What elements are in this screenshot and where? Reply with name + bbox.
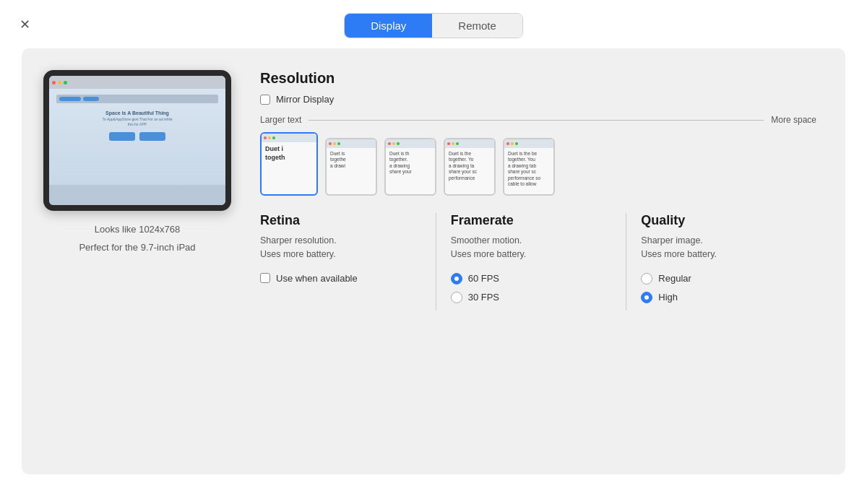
retina-checkbox-label: Use when available xyxy=(276,273,358,284)
thumb-content-4: Duet is the betogether. Youa drawing tab… xyxy=(504,148,553,194)
framerate-60-row[interactable]: 60 FPS xyxy=(451,273,612,284)
thumb-dot-red-1 xyxy=(329,142,332,145)
thumb-dot-red-3 xyxy=(447,142,450,145)
ipad-nav xyxy=(56,95,218,103)
ipad-dot-red xyxy=(52,81,56,84)
res-thumb-4[interactable]: Duet is the betogether. Youa drawing tab… xyxy=(503,138,555,196)
mirror-checkbox[interactable] xyxy=(260,95,270,105)
close-icon: ✕ xyxy=(20,17,30,32)
retina-title: Retina xyxy=(260,213,421,228)
nav-pill-1 xyxy=(59,97,81,101)
framerate-30-label: 30 FPS xyxy=(468,292,499,303)
tab-container: Display Remote xyxy=(344,13,523,38)
retina-desc1: Sharper resolution. xyxy=(260,235,337,246)
thumb-dot-yellow-2 xyxy=(392,142,395,145)
framerate-60-radio[interactable] xyxy=(451,273,462,284)
thumb-content-2: Duet is thtogether.a drawingshare your xyxy=(386,148,435,194)
resolution-title: Resolution xyxy=(260,70,816,87)
thumb-dot-red-2 xyxy=(388,142,391,145)
main-window: ✕ Display Remote xyxy=(0,0,867,504)
mirror-row: Mirror Display xyxy=(260,94,816,105)
close-button[interactable]: ✕ xyxy=(14,14,35,35)
framerate-desc: Smoother motion. Uses more battery. xyxy=(451,234,612,261)
thumb-content-0: Duet itogeth xyxy=(262,142,316,194)
device-name: Perfect for the 9.7-inch iPad xyxy=(79,242,195,253)
thumb-text-4: Duet is the betogether. Youa drawing tab… xyxy=(508,151,550,188)
thumb-bar-4 xyxy=(504,139,553,148)
ipad-preview: Space Is A Beautiful Thing To App&AppSto… xyxy=(43,70,231,211)
ipad-hero-text: Space Is A Beautiful Thing xyxy=(105,110,169,116)
thumb-bar-2 xyxy=(386,139,435,148)
thumb-dot-green-2 xyxy=(397,142,400,145)
quality-high-radio[interactable] xyxy=(641,292,652,303)
thumb-bar-1 xyxy=(327,139,376,148)
res-thumb-3[interactable]: Duet is thetogether. Yoa drawing tashare… xyxy=(444,138,496,196)
device-info: Looks like 1024x768 Perfect for the 9.7-… xyxy=(79,224,195,253)
quality-title: Quality xyxy=(641,213,802,228)
quality-desc: Sharper image. Uses more battery. xyxy=(641,234,802,261)
retina-checkbox-row[interactable]: Use when available xyxy=(260,273,421,284)
slider-row: Larger text More space xyxy=(260,115,816,125)
ipad-btn-2 xyxy=(139,132,165,141)
slider-line xyxy=(309,120,764,121)
tab-display[interactable]: Display xyxy=(345,14,432,38)
main-content: Space Is A Beautiful Thing To App&AppSto… xyxy=(22,48,845,474)
res-thumb-1[interactable]: Duet istogethea drawi xyxy=(325,138,377,196)
thumb-dot-green-0 xyxy=(272,136,275,139)
quality-high-row[interactable]: High xyxy=(641,292,802,303)
lower-section: Retina Sharper resolution. Uses more bat… xyxy=(260,213,816,310)
ipad-screen-content: Space Is A Beautiful Thing To App&AppSto… xyxy=(49,89,225,185)
thumb-dot-green-1 xyxy=(337,142,340,145)
tab-bar: Display Remote xyxy=(0,0,867,38)
ipad-dot-yellow xyxy=(58,81,61,84)
framerate-column: Framerate Smoother motion. Uses more bat… xyxy=(451,213,627,310)
left-panel: Space Is A Beautiful Thing To App&AppSto… xyxy=(43,70,231,453)
thumb-content-3: Duet is thetogether. Yoa drawing tashare… xyxy=(445,148,494,194)
thumb-bar-0 xyxy=(262,134,316,142)
device-resolution: Looks like 1024x768 xyxy=(79,224,195,235)
thumb-dot-green-3 xyxy=(456,142,459,145)
thumb-content-1: Duet istogethea drawi xyxy=(327,148,376,194)
framerate-60-label: 60 FPS xyxy=(468,273,499,284)
slider-label-larger: Larger text xyxy=(260,115,301,125)
quality-desc2: Uses more battery. xyxy=(641,249,717,259)
mirror-label: Mirror Display xyxy=(276,94,334,105)
quality-regular-row[interactable]: Regular xyxy=(641,273,802,284)
quality-desc1: Sharper image. xyxy=(641,235,702,246)
thumb-text-2: Duet is thtogether.a drawingshare your xyxy=(389,151,431,175)
retina-desc: Sharper resolution. Uses more battery. xyxy=(260,234,421,261)
thumb-dot-yellow-3 xyxy=(452,142,454,145)
quality-high-label: High xyxy=(658,292,678,303)
framerate-title: Framerate xyxy=(451,213,612,228)
thumb-text-1: Duet istogethea drawi xyxy=(330,151,372,169)
res-thumb-2[interactable]: Duet is thtogether.a drawingshare your xyxy=(384,138,436,196)
ipad-bottom-bar xyxy=(49,185,225,205)
thumb-text-0: Duet itogeth xyxy=(265,145,313,162)
thumb-dot-red-0 xyxy=(264,136,267,139)
quality-column: Quality Sharper image. Uses more battery… xyxy=(641,213,816,310)
framerate-desc2: Uses more battery. xyxy=(451,249,527,259)
framerate-30-row[interactable]: 30 FPS xyxy=(451,292,612,303)
ipad-dot-green xyxy=(64,81,67,84)
retina-desc2: Uses more battery. xyxy=(260,249,336,259)
thumb-dot-red-4 xyxy=(506,142,509,145)
quality-regular-radio[interactable] xyxy=(641,273,652,284)
nav-pill-2 xyxy=(83,97,99,101)
ipad-screen: Space Is A Beautiful Thing To App&AppSto… xyxy=(49,76,225,205)
framerate-desc1: Smoother motion. xyxy=(451,235,522,246)
ipad-screen-bar xyxy=(49,76,225,89)
framerate-30-radio[interactable] xyxy=(451,292,462,303)
slider-label-more: More space xyxy=(771,115,816,125)
retina-checkbox[interactable] xyxy=(260,273,270,283)
thumb-dot-yellow-1 xyxy=(333,142,336,145)
quality-regular-label: Regular xyxy=(658,273,691,284)
thumb-bar-3 xyxy=(445,139,494,148)
thumb-dot-yellow-0 xyxy=(268,136,271,139)
resolution-section: Resolution Mirror Display Larger text Mo… xyxy=(260,70,816,196)
res-thumb-0[interactable]: Duet itogeth xyxy=(260,132,318,196)
resolution-thumbnails: Duet itogeth Duet istogethea drawi xyxy=(260,132,816,196)
right-panel: Resolution Mirror Display Larger text Mo… xyxy=(260,70,816,453)
thumb-dot-green-4 xyxy=(515,142,518,145)
thumb-dot-yellow-4 xyxy=(511,142,514,145)
tab-remote[interactable]: Remote xyxy=(432,14,522,38)
